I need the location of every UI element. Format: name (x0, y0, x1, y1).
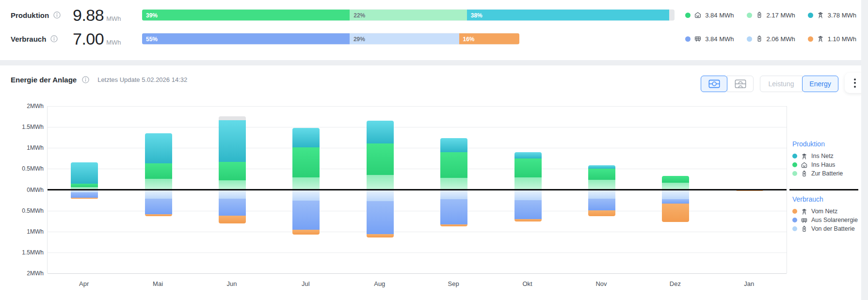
split-chart-icon (735, 79, 746, 89)
bar-segment-ins_haus-aug[interactable] (367, 143, 394, 175)
bar-segment-ins_netz-jul[interactable] (292, 128, 320, 147)
bar-segment-vom_netz-okt[interactable] (514, 219, 542, 221)
consumption-label-group: Verbrauch (11, 35, 58, 43)
legend-color-dot (792, 171, 797, 176)
y-axis-tick-label: 0.5MWh (10, 207, 44, 214)
chart-legend-item-vom-netz[interactable]: Vom Netz (792, 207, 863, 216)
combined-chart-view-button[interactable] (701, 76, 727, 92)
bar-segment-von_der_batterie-dez[interactable] (662, 190, 689, 200)
bar-segment-von_der_batterie-jul[interactable] (292, 190, 320, 201)
bar-segment-zur_batterie-jun[interactable] (219, 180, 246, 190)
chart-legend-verbrauch: Verbrauch Vom NetzAus SolarenergieVon de… (792, 195, 863, 233)
bar-segment-ins_haus-okt[interactable] (514, 158, 542, 177)
legend-label: Aus Solarenergie (811, 217, 858, 223)
legend-color-dot (808, 36, 813, 42)
chart-legend-item-ins-netz[interactable]: Ins Netz (792, 152, 863, 160)
legend-label: Zur Batterie (811, 170, 843, 177)
summary-bar-segment-ins_netz: 38% (467, 10, 669, 21)
chart-legend-item-aus-solarenergie[interactable]: Aus Solarenergie (792, 216, 863, 224)
summary-legend-item: 3.84 MWh (685, 11, 734, 19)
bar-segment-aus_solarenergie-jun[interactable] (219, 199, 246, 216)
info-icon[interactable] (53, 11, 61, 19)
y-axis-tick-label: 1MWh (10, 228, 44, 235)
summary-legend-item: 2.17 MWh (747, 11, 795, 19)
summary-bar-segment-aus_solarenergie: 55% (142, 33, 350, 45)
bar-segment-grau-jun[interactable] (219, 116, 246, 121)
bar-segment-vom_netz-nov[interactable] (588, 210, 615, 216)
bar-segment-ins_haus-nov[interactable] (588, 169, 615, 179)
bar-segment-vom_netz-aug[interactable] (367, 234, 394, 237)
summary-bar-segment-vom_netz: 16% (459, 33, 519, 45)
bar-segment-aus_solarenergie-aug[interactable] (367, 201, 394, 234)
legend-label: Vom Netz (811, 208, 837, 215)
legend-color-dot (808, 13, 813, 18)
info-icon[interactable] (50, 35, 58, 43)
legend-color-dot (792, 209, 797, 214)
bar-segment-aus_solarenergie-nov[interactable] (588, 199, 615, 210)
energy-mode-button[interactable]: Energy (802, 76, 838, 92)
tower-icon (801, 208, 808, 215)
bar-segment-zur_batterie-nov[interactable] (588, 180, 615, 190)
bar-segment-von_der_batterie-mai[interactable] (145, 190, 172, 199)
bar-segment-aus_solarenergie-sep[interactable] (440, 199, 467, 224)
bar-segment-von_der_batterie-okt[interactable] (514, 190, 542, 201)
bar-segment-zur_batterie-sep[interactable] (440, 178, 467, 189)
legend-heading-produktion: Produktion (792, 140, 863, 148)
bar-segment-ins_haus-mai[interactable] (145, 163, 172, 179)
bar-segment-ins_netz-okt[interactable] (514, 152, 542, 158)
bar-segment-ins_haus-apr[interactable] (71, 184, 98, 188)
leistung-mode-button[interactable]: Leistung (760, 76, 803, 92)
bar-segment-ins_haus-sep[interactable] (440, 152, 467, 178)
bar-segment-ins_haus-dez[interactable] (662, 176, 689, 183)
bar-segment-vom_netz-jul[interactable] (292, 230, 320, 234)
production-value-unit: MWh (106, 15, 121, 22)
bar-segment-von_der_batterie-sep[interactable] (440, 190, 467, 200)
chart-title: Energie der Anlage (11, 76, 77, 84)
bar-segment-vom_netz-mai[interactable] (145, 214, 172, 216)
production-label-group: Produktion (11, 11, 61, 19)
info-icon[interactable] (81, 76, 90, 84)
bar-segment-zur_batterie-jul[interactable] (292, 177, 320, 190)
bar-segment-vom_netz-sep[interactable] (440, 224, 467, 226)
bar-segment-ins_netz-aug[interactable] (367, 121, 394, 143)
legend-heading-verbrauch: Verbrauch (792, 195, 863, 203)
chart-legend-item-von-der-batterie[interactable]: Von der Batterie (792, 224, 863, 233)
bar-segment-aus_solarenergie-okt[interactable] (514, 200, 542, 219)
battery-icon (801, 170, 808, 177)
y-axis-tick-label: 2MWh (10, 103, 44, 110)
bar-segment-zur_batterie-mai[interactable] (145, 179, 172, 189)
chart-legend-item-ins-haus[interactable]: Ins Haus (792, 160, 863, 169)
bar-segment-von_der_batterie-jun[interactable] (219, 190, 246, 199)
bar-segment-zur_batterie-okt[interactable] (514, 177, 542, 190)
energy-bar-chart-plot (47, 106, 787, 273)
bar-segment-aus_solarenergie-apr[interactable] (71, 192, 98, 198)
bar-segment-vom_netz-jun[interactable] (219, 216, 246, 223)
bar-segment-ins_netz-apr[interactable] (71, 162, 98, 183)
split-chart-view-button[interactable] (727, 76, 754, 92)
bar-segment-ins_netz-jun[interactable] (219, 120, 246, 161)
bar-segment-ins_haus-jul[interactable] (292, 147, 320, 177)
bar-segment-vom_netz-apr[interactable] (71, 198, 98, 199)
bar-segment-ins_netz-mai[interactable] (145, 133, 172, 163)
energy-dashboard: Produktion 9.88 MWh 39%22%38% 3.84 MWh2.… (0, 0, 868, 300)
bar-segment-aus_solarenergie-dez[interactable] (662, 199, 689, 204)
tower-icon (801, 153, 808, 160)
card-separator (0, 60, 868, 65)
bar-segment-von_der_batterie-nov[interactable] (588, 190, 615, 199)
consumption-value-unit: MWh (106, 39, 121, 46)
legend-color-dot (747, 13, 752, 18)
production-summary-row: Produktion 9.88 MWh 39%22%38% 3.84 MWh2.… (0, 4, 868, 26)
chart-legend-item-zur-batterie[interactable]: Zur Batterie (792, 169, 863, 178)
x-axis-month-label: Aug (358, 280, 402, 287)
house-icon (694, 11, 702, 19)
bar-segment-aus_solarenergie-mai[interactable] (145, 199, 172, 214)
bar-segment-aus_solarenergie-jul[interactable] (292, 201, 320, 230)
legend-color-dot (792, 226, 797, 231)
legend-color-dot (685, 13, 691, 18)
bar-segment-vom_netz-dez[interactable] (662, 204, 689, 222)
bar-segment-von_der_batterie-aug[interactable] (367, 190, 394, 201)
bar-segment-ins_netz-sep[interactable] (440, 138, 467, 152)
bar-segment-ins_netz-nov[interactable] (588, 165, 615, 169)
bar-segment-zur_batterie-aug[interactable] (367, 175, 394, 189)
bar-segment-ins_haus-jun[interactable] (219, 162, 246, 180)
